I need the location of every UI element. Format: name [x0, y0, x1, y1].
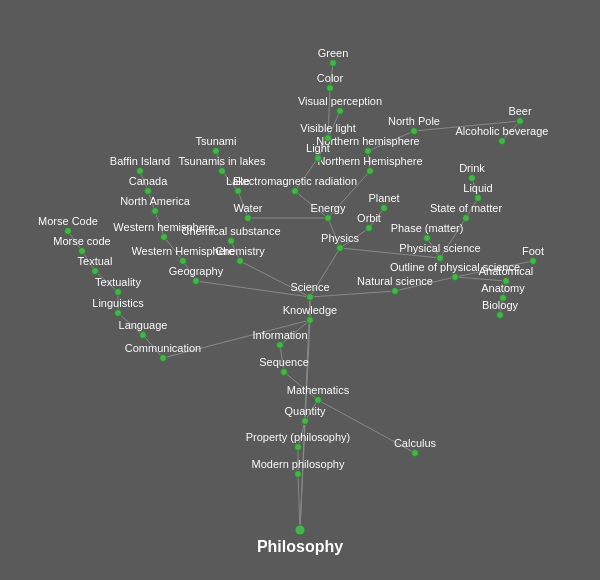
node-label-knowledge: Knowledge — [283, 304, 337, 316]
svg-point-83 — [337, 245, 344, 252]
svg-point-77 — [228, 238, 235, 245]
svg-point-85 — [424, 235, 431, 242]
node-label-green: Green — [318, 47, 349, 59]
svg-point-84 — [437, 255, 444, 262]
node-label-northern-hemisphere: Northern hemisphere — [316, 135, 419, 147]
node-label-foot: Foot — [522, 245, 544, 257]
svg-point-103 — [411, 128, 418, 135]
svg-point-64 — [307, 317, 314, 324]
node-label-anatomical: Anatomical — [479, 265, 533, 277]
svg-point-62 — [281, 369, 288, 376]
node-label-textuality: Textuality — [95, 276, 141, 288]
svg-point-94 — [463, 215, 470, 222]
svg-point-79 — [161, 234, 168, 241]
node-label-mathematics: Mathematics — [287, 384, 350, 396]
node-label-visual-perception: Visual perception — [298, 95, 382, 107]
svg-point-75 — [193, 278, 200, 285]
svg-point-86 — [366, 225, 373, 232]
node-label-natural-science: Natural science — [357, 275, 433, 287]
node-label-sequence: Sequence — [259, 356, 309, 368]
svg-point-108 — [337, 108, 344, 115]
node-label-alcoholic-beverage: Alcoholic beverage — [456, 125, 549, 137]
node-label-visible-light: Visible light — [300, 122, 355, 134]
svg-point-70 — [79, 248, 86, 255]
node-label-lake: Lake — [226, 175, 250, 187]
svg-point-91 — [219, 168, 226, 175]
node-label-light: Light — [306, 142, 330, 154]
svg-point-104 — [315, 155, 322, 162]
node-label-state-of-matter: State of matter — [430, 202, 502, 214]
graph-container: PhilosophyModern philosophyProperty (phi… — [0, 0, 600, 580]
svg-point-106 — [327, 85, 334, 92]
svg-point-110 — [499, 138, 506, 145]
node-label-northern-hemisphere: Northern Hemisphere — [317, 155, 422, 167]
node-label-tsunamis-in-lakes: Tsunamis in lakes — [179, 155, 266, 167]
svg-point-92 — [213, 148, 220, 155]
svg-point-89 — [245, 215, 252, 222]
node-label-geography: Geography — [169, 265, 224, 277]
node-label-western-hemisphere: Western Hemisphere — [131, 245, 234, 257]
node-label-color: Color — [317, 72, 344, 84]
node-label-physical-science: Physical science — [399, 242, 480, 254]
svg-point-68 — [115, 289, 122, 296]
node-label-beer: Beer — [508, 105, 532, 117]
svg-point-81 — [145, 188, 152, 195]
node-label-morse-code: Morse Code — [38, 215, 98, 227]
node-label-textual: Textual — [78, 255, 113, 267]
node-label-linguistics: Linguistics — [92, 297, 144, 309]
node-label-property-(philosophy): Property (philosophy) — [246, 431, 351, 443]
svg-point-69 — [92, 268, 99, 275]
svg-point-60 — [315, 397, 322, 404]
node-label-tsunami: Tsunami — [196, 135, 237, 147]
node-label-morse-code: Morse code — [53, 235, 110, 247]
svg-point-59 — [302, 418, 309, 425]
svg-point-74 — [452, 274, 459, 281]
svg-point-93 — [381, 205, 388, 212]
svg-point-102 — [365, 148, 372, 155]
node-label-western-hemisphere: Western hemisphere — [113, 221, 214, 233]
node-label-physics: Physics — [321, 232, 359, 244]
node-label-energy: Energy — [311, 202, 346, 214]
svg-point-67 — [115, 310, 122, 317]
svg-point-73 — [392, 288, 399, 295]
node-label-biology: Biology — [482, 299, 519, 311]
svg-point-80 — [152, 208, 159, 215]
graph-svg: PhilosophyModern philosophyProperty (phi… — [0, 0, 600, 580]
svg-point-63 — [277, 342, 284, 349]
svg-point-99 — [497, 312, 504, 319]
node-label-north-america: North America — [120, 195, 191, 207]
svg-point-109 — [517, 118, 524, 125]
node-label-science: Science — [290, 281, 329, 293]
svg-point-58 — [295, 444, 302, 451]
svg-point-87 — [325, 215, 332, 222]
svg-point-71 — [65, 228, 72, 235]
node-label-canada: Canada — [129, 175, 168, 187]
svg-point-107 — [330, 60, 337, 67]
svg-line-40 — [455, 277, 506, 281]
svg-line-0 — [298, 474, 300, 530]
svg-point-88 — [292, 188, 299, 195]
svg-point-78 — [180, 258, 187, 265]
node-label-language: Language — [119, 319, 168, 331]
node-label-electromagnetic-radiation: Electromagnetic radiation — [233, 175, 357, 187]
svg-point-96 — [469, 175, 476, 182]
node-label-information: Information — [252, 329, 307, 341]
svg-point-105 — [325, 135, 332, 142]
node-label-philosophy: Philosophy — [257, 538, 343, 555]
svg-point-66 — [140, 332, 147, 339]
svg-point-65 — [160, 355, 167, 362]
svg-point-90 — [235, 188, 242, 195]
node-label-drink: Drink — [459, 162, 485, 174]
node-label-communication: Communication — [125, 342, 201, 354]
svg-point-57 — [295, 471, 302, 478]
node-label-water: Water — [234, 202, 263, 214]
node-label-phase-(matter): Phase (matter) — [391, 222, 464, 234]
svg-point-76 — [237, 258, 244, 265]
svg-point-100 — [530, 258, 537, 265]
node-label-modern-philosophy: Modern philosophy — [252, 458, 345, 470]
node-label-quantity: Quantity — [285, 405, 326, 417]
svg-point-101 — [367, 168, 374, 175]
node-label-baffin-island: Baffin Island — [110, 155, 170, 167]
node-label-north-pole: North Pole — [388, 115, 440, 127]
svg-point-72 — [307, 294, 314, 301]
